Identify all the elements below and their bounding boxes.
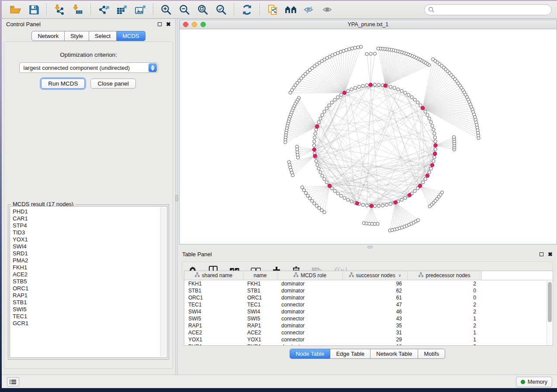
cell[interactable]: 61 <box>343 295 408 301</box>
table-row-PHD1[interactable]: PHD1PHD1dominator180 <box>184 343 547 345</box>
search-box[interactable] <box>424 4 552 15</box>
cell[interactable]: YOX1 <box>184 337 243 343</box>
cell[interactable]: SWI4 <box>184 309 243 315</box>
cell[interactable]: FKH1 <box>243 281 277 287</box>
import-table-icon[interactable] <box>71 3 84 16</box>
table-scrollbar[interactable] <box>547 280 553 345</box>
column-header-successor-nodes[interactable]: successor nodes∨ <box>343 271 408 280</box>
column-header-name[interactable]: name <box>243 271 277 280</box>
tab-edge-table[interactable]: Edge Table <box>330 349 370 359</box>
mcds-result-item[interactable]: RAP1 <box>13 292 158 299</box>
mcds-result-item[interactable]: CAR1 <box>13 215 158 222</box>
tab-motifs[interactable]: Motifs <box>418 349 445 359</box>
export-table-icon[interactable] <box>115 3 128 16</box>
cell[interactable]: 43 <box>343 316 408 322</box>
open-file-icon[interactable] <box>9 3 22 16</box>
panel-divider-horizontal[interactable] <box>178 245 557 249</box>
close-panel-icon[interactable]: ✖ <box>166 22 171 26</box>
table-scrollbar-thumb[interactable] <box>548 282 552 322</box>
cell[interactable]: 2 <box>408 309 482 315</box>
cell[interactable]: STB1 <box>184 288 243 294</box>
cell[interactable]: ACE2 <box>184 330 243 336</box>
table-row-SWI5[interactable]: SWI5SWI5connector431 <box>184 315 547 322</box>
cell[interactable]: 29 <box>343 337 408 343</box>
new-network-from-selection-icon[interactable] <box>266 3 279 16</box>
cell[interactable]: 2 <box>408 302 482 308</box>
column-header-predecessor-nodes[interactable]: predecessor nodes <box>408 271 482 280</box>
zoom-out-icon[interactable] <box>178 3 191 16</box>
close-panel-icon[interactable]: ✖ <box>548 252 553 256</box>
zoom-in-icon[interactable] <box>159 3 173 16</box>
cell[interactable]: STB1 <box>243 288 277 294</box>
cell[interactable]: FKH1 <box>184 281 243 287</box>
table-row-YOX1[interactable]: YOX1YOX1connector291 <box>184 336 547 343</box>
cell[interactable]: RAP1 <box>184 323 243 329</box>
mcds-result-item[interactable]: TEC1 <box>13 313 158 320</box>
cell[interactable]: connector <box>277 330 343 336</box>
task-history-button[interactable] <box>7 377 19 386</box>
cell[interactable]: 47 <box>343 302 408 308</box>
mcds-result-item[interactable]: SWI4 <box>13 243 158 250</box>
mcds-result-item[interactable]: STP4 <box>13 222 158 229</box>
cell[interactable]: 35 <box>343 323 408 329</box>
cell[interactable]: 2 <box>408 281 482 287</box>
zoom-fit-icon[interactable] <box>196 3 209 16</box>
mcds-result-scrollbar[interactable] <box>160 207 166 357</box>
cell[interactable]: dominator <box>277 323 343 329</box>
column-header-shared-name[interactable]: shared name <box>184 271 243 280</box>
cell[interactable]: dominator <box>277 344 343 345</box>
cell[interactable]: 2 <box>408 323 482 329</box>
cell[interactable]: PHD1 <box>243 344 277 345</box>
cell[interactable]: 62 <box>343 288 408 294</box>
refresh-icon[interactable] <box>240 3 253 16</box>
memory-button[interactable]: Memory <box>516 377 552 387</box>
save-session-icon[interactable] <box>27 3 40 16</box>
cell[interactable]: dominator <box>277 295 343 301</box>
cell[interactable]: ORC1 <box>243 295 277 301</box>
mcds-result-item[interactable]: TID3 <box>13 229 158 236</box>
table-row-ACE2[interactable]: ACE2ACE2connector311 <box>184 329 547 336</box>
tab-select[interactable]: Select <box>89 31 117 41</box>
float-panel-icon[interactable] <box>540 252 543 256</box>
cell[interactable]: 1 <box>408 337 482 343</box>
table-row-ORC1[interactable]: ORC1ORC1dominator610 <box>184 294 547 301</box>
cell[interactable]: 0 <box>408 344 482 345</box>
divider-grip[interactable] <box>367 246 373 248</box>
cell[interactable]: connector <box>277 316 343 322</box>
tab-mcds[interactable]: MCDS <box>117 31 145 41</box>
mcds-result-item[interactable]: SRD1 <box>13 250 158 257</box>
cell[interactable]: 1 <box>408 330 482 336</box>
mcds-result-item[interactable]: ORC1 <box>13 285 158 292</box>
cell[interactable]: 1 <box>408 316 482 322</box>
column-header-MCDS-role[interactable]: MCDS role <box>277 271 343 280</box>
mcds-result-item[interactable]: PHD1 <box>13 208 158 215</box>
cell[interactable]: ORC1 <box>184 295 243 301</box>
cell[interactable]: RAP1 <box>243 323 277 329</box>
cell[interactable]: connector <box>277 337 343 343</box>
mcds-result-item[interactable]: GCR1 <box>13 320 158 327</box>
cell[interactable]: ACE2 <box>243 330 277 336</box>
table-row-STB1[interactable]: STB1STB1dominator620 <box>184 287 547 294</box>
mcds-result-item[interactable]: FKH1 <box>13 264 158 271</box>
tab-network[interactable]: Network <box>31 31 65 41</box>
network-canvas[interactable] <box>180 29 557 244</box>
network-window-titlebar[interactable]: YPA_prune.txt_1 <box>180 20 557 29</box>
table-row-TEC1[interactable]: TEC1TEC1connector472 <box>184 301 547 308</box>
cell[interactable]: dominator <box>277 281 343 287</box>
table-row-FKH1[interactable]: FKH1FKH1dominator962 <box>184 280 547 287</box>
cell[interactable]: 96 <box>343 281 408 287</box>
tab-node-table[interactable]: Node Table <box>290 349 331 359</box>
float-panel-icon[interactable] <box>158 22 162 26</box>
run-mcds-button[interactable]: Run MCDS <box>41 79 85 89</box>
export-image-icon[interactable] <box>134 3 147 16</box>
cell[interactable]: TEC1 <box>184 302 243 308</box>
mcds-result-item[interactable]: SWI5 <box>13 306 158 313</box>
mcds-result-item[interactable]: ACE2 <box>13 271 158 278</box>
cell[interactable]: 0 <box>408 295 482 301</box>
table-row-SWI4[interactable]: SWI4SWI4dominator462 <box>184 308 547 315</box>
close-panel-button[interactable]: Close panel <box>90 79 135 89</box>
table-row-RAP1[interactable]: RAP1RAP1dominator352 <box>184 322 547 329</box>
import-network-icon[interactable] <box>53 3 66 16</box>
search-input[interactable] <box>435 7 551 13</box>
cell[interactable]: connector <box>277 302 343 308</box>
